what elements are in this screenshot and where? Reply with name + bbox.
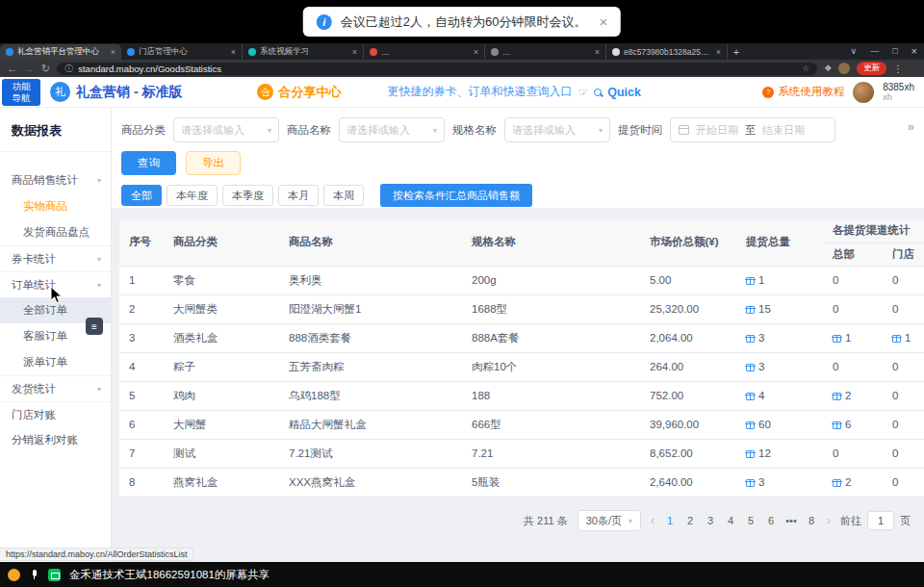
tab-close-icon[interactable]: × — [111, 47, 116, 57]
table-cell: 五芳斋肉粽 — [279, 352, 462, 381]
browser-tab[interactable]: 系统视频学习 × — [243, 44, 364, 60]
table-cell: 3 — [736, 352, 823, 381]
search-button[interactable]: 查询 — [121, 151, 176, 175]
sidebar-item-shipped-goods-check[interactable]: 发货商品盘点 — [0, 219, 111, 245]
main-content: 商品分类 请选择或输入 ▾ 商品名称 请选择或输入 ▾ 规格名称 请选择或输入 … — [112, 108, 924, 562]
microphone-icon[interactable] — [31, 570, 38, 579]
user-avatar[interactable] — [853, 82, 874, 103]
table-cell: 1 — [736, 266, 823, 294]
tab-label: 门店管理中心 — [139, 46, 227, 58]
segment-week[interactable]: 本周 — [323, 185, 364, 206]
site-info-icon[interactable]: ⓘ — [64, 64, 73, 73]
meeting-notice-text: 会议已超过2人，自动转为60分钟限时会议。 — [341, 13, 587, 31]
url-text[interactable]: standard.maboy.cn/GoodsStatistics — [78, 64, 797, 74]
page-number[interactable]: 1 — [664, 515, 676, 526]
close-icon[interactable]: × — [599, 13, 607, 30]
category-select[interactable]: 请选择或输入 ▾ — [173, 117, 279, 142]
segment-month[interactable]: 本月 — [278, 185, 319, 206]
segment-quarter[interactable]: 本季度 — [222, 185, 273, 206]
next-page-icon[interactable]: › — [827, 514, 831, 527]
page-number[interactable]: 8 — [806, 515, 817, 526]
page-number[interactable]: 3 — [705, 515, 716, 526]
sidebar-collapse-handle[interactable]: ≡ — [86, 318, 103, 335]
sidebar-item-dispatch-orders[interactable]: 派单订单 — [0, 349, 111, 375]
forward-icon[interactable]: → — [24, 64, 35, 74]
segment-year[interactable]: 本年度 — [167, 185, 218, 206]
table-cell: 粽子 — [164, 352, 279, 381]
browser-menu-icon[interactable]: ⋮ — [893, 64, 903, 74]
browser-tab-active[interactable]: 礼盒营销平台管理中心 × — [0, 44, 121, 60]
url-bar[interactable]: ⓘ standard.maboy.cn/GoodsStatistics ☆ — [57, 63, 817, 75]
table-cell: 1 — [823, 323, 883, 352]
browser-tab[interactable]: e8c573980b1328a258fd2e6f × — [606, 44, 728, 60]
table-cell: 888酒类套餐 — [279, 323, 462, 352]
browser-profile-avatar[interactable] — [838, 63, 850, 74]
screen-share-icon[interactable] — [48, 569, 61, 581]
browser-update-button[interactable]: 更新 — [857, 62, 886, 75]
sidebar-item-physical-goods[interactable]: 实物商品 — [0, 193, 111, 219]
page-number[interactable]: 2 — [684, 515, 696, 526]
quick-entry[interactable]: 更快捷的券卡、订单和快递查询入口 ☞ Quick — [387, 84, 641, 100]
tutorial-link[interactable]: ? 系统使用教程 — [762, 85, 844, 99]
name-select[interactable]: 请选择或输入 ▾ — [339, 117, 445, 142]
tab-close-icon[interactable]: × — [352, 47, 357, 57]
back-icon[interactable]: ← — [7, 64, 17, 74]
start-date-placeholder: 开始日期 — [696, 123, 738, 138]
filter-row: 商品分类 请选择或输入 ▾ 商品名称 请选择或输入 ▾ 规格名称 请选择或输入 … — [121, 116, 891, 143]
page-number[interactable]: 4 — [725, 515, 736, 526]
window-controls: ∨ — □ × — [844, 43, 924, 60]
table-cell: 39,960.00 — [640, 410, 736, 439]
browser-address-bar: ← → ↻ ⓘ standard.maboy.cn/GoodsStatistic… — [0, 60, 924, 77]
table-cell: 0 — [823, 294, 883, 323]
export-button[interactable]: 导出 — [186, 151, 241, 175]
user-meta[interactable]: 8385xh xh — [883, 82, 914, 103]
sidebar-group-shipping-stats[interactable]: 发货统计 ▾ — [0, 375, 111, 401]
function-nav-button[interactable]: 功能 导航 — [2, 79, 40, 106]
minimize-button[interactable]: — — [863, 43, 886, 60]
extensions-icon[interactable]: ❖ — [824, 64, 832, 73]
table-cell: 60 — [736, 410, 823, 439]
sidebar-item-distribution-rebate[interactable]: 分销返利对账 — [0, 427, 111, 453]
col-group-channels: 各提货渠道统计 — [823, 219, 924, 242]
bookmark-star-icon[interactable]: ☆ — [802, 64, 809, 73]
table-cell: 188 — [462, 381, 640, 410]
table-row: 3酒类礼盒888酒类套餐888A套餐2,064.00311 — [119, 323, 924, 352]
page-number[interactable]: ••• — [785, 515, 797, 526]
chevron-down-icon[interactable]: ∨ — [844, 43, 864, 60]
tab-label: … — [381, 47, 470, 57]
date-range-picker[interactable]: 开始日期 至 结束日期 — [670, 117, 835, 142]
pickup-count-icon — [833, 421, 841, 429]
table-cell: 2 — [823, 468, 883, 497]
table-body: 1零食奥利奥200g5.001002大闸蟹类阳澄湖大闸蟹11688型25,320… — [119, 266, 924, 497]
sidebar-group-order-stats[interactable]: 订单统计 ▾ — [0, 271, 111, 297]
segment-all[interactable]: 全部 — [121, 185, 162, 206]
tab-close-icon[interactable]: × — [595, 47, 600, 57]
new-tab-button[interactable]: + — [728, 44, 745, 60]
tab-close-icon[interactable]: × — [474, 47, 478, 57]
share-center-link[interactable]: 合 合分享中心 — [257, 84, 341, 101]
tab-close-icon[interactable]: × — [716, 47, 721, 57]
chevron-down-icon: ▾ — [268, 126, 271, 135]
collapse-filters-icon[interactable]: » — [908, 120, 914, 133]
tab-close-icon[interactable]: × — [231, 47, 236, 57]
summary-by-filter-button[interactable]: 按检索条件汇总商品销售额 — [380, 184, 532, 207]
table-header: 序号 商品分类 商品名称 规格名称 市场价总额(¥) 提货总量 各提货渠道统计 … — [119, 219, 924, 266]
prev-page-icon[interactable]: ‹ — [651, 514, 654, 527]
sidebar-group-card-stats[interactable]: 券卡统计 ▾ — [0, 245, 111, 271]
sidebar-item-store-reconciliation[interactable]: 门店对账 — [0, 401, 111, 427]
browser-tab[interactable]: … × — [485, 44, 606, 60]
page-number[interactable]: 6 — [765, 515, 777, 526]
table-cell: 燕窝礼盒 — [164, 468, 279, 497]
select-placeholder: 请选择或输入 — [512, 123, 595, 138]
page-size-select[interactable]: 30条/页 ▾ — [578, 510, 641, 531]
browser-tab[interactable]: 门店管理中心 × — [121, 44, 243, 60]
sidebar-group-goods-sales-stats[interactable]: 商品销售统计 ▾ — [0, 167, 111, 193]
spec-select[interactable]: 请选择或输入 ▾ — [504, 117, 610, 142]
jump-page-input[interactable] — [867, 511, 894, 530]
page-number[interactable]: 5 — [745, 515, 757, 526]
table-row: 6大闸蟹精品大闸蟹礼盒666型39,960.006060 — [119, 410, 924, 439]
browser-tab[interactable]: … × — [364, 44, 485, 60]
window-close-button[interactable]: × — [905, 43, 924, 60]
reload-icon[interactable]: ↻ — [41, 64, 50, 74]
maximize-button[interactable]: □ — [886, 43, 904, 60]
